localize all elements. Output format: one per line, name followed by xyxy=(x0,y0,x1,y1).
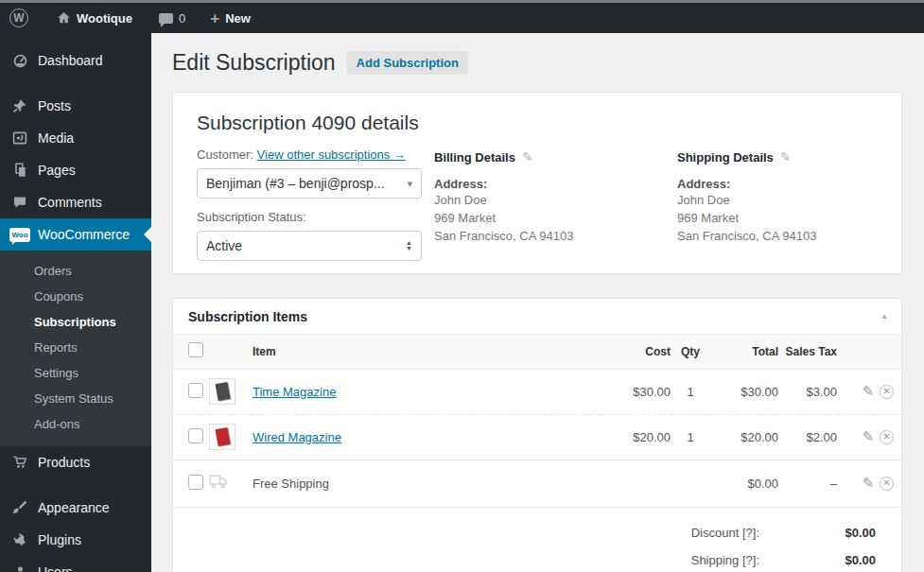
item-total: $20.00 xyxy=(710,414,778,459)
sidebar-item-label: Comments xyxy=(38,195,102,210)
row-checkbox[interactable] xyxy=(188,475,203,490)
sidebar-item-label: Posts xyxy=(38,98,71,113)
item-qty: 1 xyxy=(671,369,710,414)
shipping-method-name: Free Shipping xyxy=(253,459,600,507)
items-panel-title: Subscription Items xyxy=(188,309,307,324)
collapse-toggle-icon[interactable]: ▲ xyxy=(880,312,888,321)
delete-item-icon[interactable]: ✕ xyxy=(880,430,894,444)
sidebar-item-dashboard[interactable]: Dashboard xyxy=(0,44,151,77)
sidebar-item-label: Plugins xyxy=(38,532,81,547)
wordpress-logo-menu[interactable]: W xyxy=(0,3,38,33)
plug-icon xyxy=(9,532,30,547)
edit-item-pencil-icon[interactable]: ✎ xyxy=(862,383,874,400)
woocommerce-submenu: Orders Coupons Subscriptions Reports Set… xyxy=(0,251,151,446)
admin-sidebar: Dashboard Posts Media Pages Comments Woo… xyxy=(0,33,151,572)
submenu-item-add-ons[interactable]: Add-ons xyxy=(0,411,151,437)
sidebar-item-posts[interactable]: Posts xyxy=(0,90,151,122)
subscription-status-select[interactable]: Active ▲▼ xyxy=(197,231,422,261)
product-link[interactable]: Wired Magazine xyxy=(253,430,341,444)
admin-bar: W Wootique 0 + New xyxy=(0,3,924,33)
sidebar-item-appearance[interactable]: Appearance xyxy=(0,492,151,524)
status-label: Subscription Status: xyxy=(197,210,428,224)
site-name-menu[interactable]: Wootique xyxy=(47,3,142,33)
subscription-details-panel: Subscription 4090 details Customer: View… xyxy=(172,92,902,274)
billing-name: John Doe xyxy=(434,191,573,209)
main-content: Edit Subscription Add Subscription Subsc… xyxy=(151,33,924,572)
home-icon xyxy=(57,11,71,25)
edit-shipping-pencil-icon[interactable]: ✎ xyxy=(780,149,792,165)
submenu-item-reports[interactable]: Reports xyxy=(0,335,151,360)
billing-address-label: Address: xyxy=(434,177,573,191)
shipping-tax: – xyxy=(778,459,837,507)
item-total: $30.00 xyxy=(710,369,778,414)
edit-item-pencil-icon[interactable]: ✎ xyxy=(862,475,874,492)
product-thumbnail xyxy=(209,424,235,450)
site-name: Wootique xyxy=(77,11,132,26)
sidebar-item-woocommerce[interactable]: Woo WooCommerce xyxy=(0,218,151,251)
select-all-checkbox[interactable] xyxy=(188,342,203,357)
comments-bubble-menu[interactable]: 0 xyxy=(149,3,195,33)
product-link[interactable]: Time Magazine xyxy=(253,385,336,399)
customer-selected-value: Benjiman (#3 – benji@prosp... xyxy=(206,176,407,191)
subscription-items-panel: Subscription Items ▲ Item Cost Qty Total… xyxy=(172,298,902,572)
customer-column: Customer: View other subscriptions → Ben… xyxy=(197,147,428,261)
sidebar-item-label: Media xyxy=(38,130,74,146)
sidebar-item-pages[interactable]: Pages xyxy=(0,154,151,186)
discount-label: Discount [?]: xyxy=(691,526,759,540)
billing-city: San Francisco, CA 94103 xyxy=(434,227,573,245)
item-row-wired-magazine: Wired Magazine $20.00 1 $20.00 $2.00 ✎ ✕ xyxy=(173,414,901,459)
sidebar-item-label: Dashboard xyxy=(38,53,103,68)
status-selected-value: Active xyxy=(206,238,406,253)
customer-label: Customer: xyxy=(197,147,253,162)
comment-icon xyxy=(9,196,30,210)
shipping-truck-icon xyxy=(209,478,229,493)
shipping-name: John Doe xyxy=(677,191,816,209)
new-label: New xyxy=(225,11,251,26)
submenu-item-orders[interactable]: Orders xyxy=(0,258,151,284)
delete-item-icon[interactable]: ✕ xyxy=(880,477,894,491)
sidebar-item-label: Users xyxy=(38,564,73,572)
delete-item-icon[interactable]: ✕ xyxy=(880,385,894,399)
submenu-item-subscriptions[interactable]: Subscriptions xyxy=(0,309,151,335)
sidebar-item-media[interactable]: Media xyxy=(0,122,151,154)
submenu-item-coupons[interactable]: Coupons xyxy=(0,284,151,309)
woocommerce-icon: Woo xyxy=(9,228,30,242)
shipping-heading: Shipping Details xyxy=(677,150,774,165)
sidebar-item-users[interactable]: Users xyxy=(0,556,151,572)
media-icon xyxy=(9,130,30,146)
shipping-details-column: Shipping Details ✎ Address: John Doe 969… xyxy=(677,149,816,245)
sidebar-item-plugins[interactable]: Plugins xyxy=(0,524,151,556)
sidebar-item-products[interactable]: Products xyxy=(0,446,151,478)
row-checkbox[interactable] xyxy=(188,383,203,398)
item-cost: $30.00 xyxy=(600,369,671,414)
items-table: Item Cost Qty Total Sales Tax Time Magaz… xyxy=(173,335,901,508)
col-sales-tax: Sales Tax xyxy=(778,335,837,369)
window-top-strip xyxy=(0,0,924,3)
edit-item-pencil-icon[interactable]: ✎ xyxy=(862,428,874,445)
dashboard-icon xyxy=(9,53,30,69)
details-heading: Subscription 4090 details xyxy=(197,112,419,134)
sidebar-item-comments[interactable]: Comments xyxy=(0,186,151,218)
row-checkbox[interactable] xyxy=(188,428,203,443)
items-panel-header: Subscription Items ▲ xyxy=(173,299,901,335)
pages-icon xyxy=(9,163,30,178)
comment-count: 0 xyxy=(179,11,185,26)
shipping-city: San Francisco, CA 94103 xyxy=(677,227,816,245)
view-other-subscriptions-link[interactable]: View other subscriptions → xyxy=(257,147,406,162)
submenu-item-system-status[interactable]: System Status xyxy=(0,386,151,411)
order-totals: Discount [?]: $0.00 Shipping [?]: $0.00 xyxy=(173,508,901,572)
discount-value: $0.00 xyxy=(759,526,876,540)
new-content-menu[interactable]: + New xyxy=(200,3,260,33)
billing-heading: Billing Details xyxy=(434,150,515,165)
sidebar-item-label: WooCommerce xyxy=(38,227,130,242)
plus-icon: + xyxy=(210,10,219,26)
edit-billing-pencil-icon[interactable]: ✎ xyxy=(522,149,533,165)
customer-select[interactable]: Benjiman (#3 – benji@prosp... ▾ xyxy=(197,168,422,199)
submenu-item-settings[interactable]: Settings xyxy=(0,360,151,386)
item-tax: $3.00 xyxy=(778,369,837,414)
col-total: Total xyxy=(710,335,778,369)
chevron-down-icon: ▾ xyxy=(407,178,412,190)
add-subscription-button[interactable]: Add Subscription xyxy=(347,51,468,75)
item-qty: 1 xyxy=(671,414,710,459)
col-item: Item xyxy=(253,335,600,369)
